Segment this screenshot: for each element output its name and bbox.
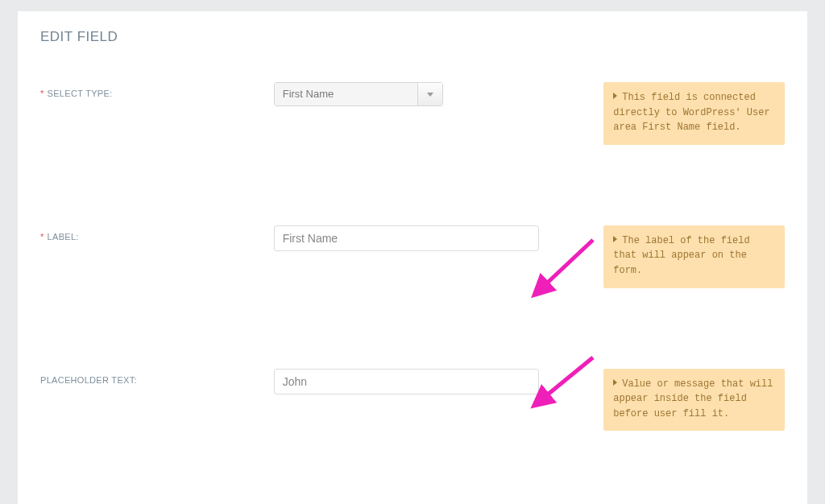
select-type-value: First Name <box>275 83 418 105</box>
label-placeholder: PLACEHOLDER TEXT: <box>40 369 274 385</box>
select-type-toggle[interactable] <box>418 83 442 105</box>
page-title: EDIT FIELD <box>40 29 785 45</box>
required-marker: * <box>40 89 44 98</box>
tip-label: The label of the field that will appear … <box>603 225 785 288</box>
required-marker: * <box>40 232 44 242</box>
row-select-type: *SELECT TYPE: First Name This field is c… <box>40 82 785 145</box>
placeholder-input[interactable] <box>274 369 540 395</box>
tip-placeholder: Value or message that will appear inside… <box>603 369 785 432</box>
row-placeholder: PLACEHOLDER TEXT: Value or message that … <box>40 369 785 432</box>
caret-right-icon <box>613 93 617 99</box>
label-input[interactable] <box>274 225 540 251</box>
edit-field-panel: EDIT FIELD *SELECT TYPE: First Name This… <box>18 11 807 504</box>
chevron-down-icon <box>427 93 433 97</box>
row-label: *LABEL: The label of the field that will… <box>40 225 785 288</box>
label-select-type: *SELECT TYPE: <box>40 82 274 98</box>
label-label: *LABEL: <box>40 225 274 242</box>
select-type-dropdown[interactable]: First Name <box>274 82 443 106</box>
tip-select-type: This field is connected directly to Word… <box>603 82 785 145</box>
caret-right-icon <box>613 379 617 386</box>
caret-right-icon <box>613 236 617 242</box>
